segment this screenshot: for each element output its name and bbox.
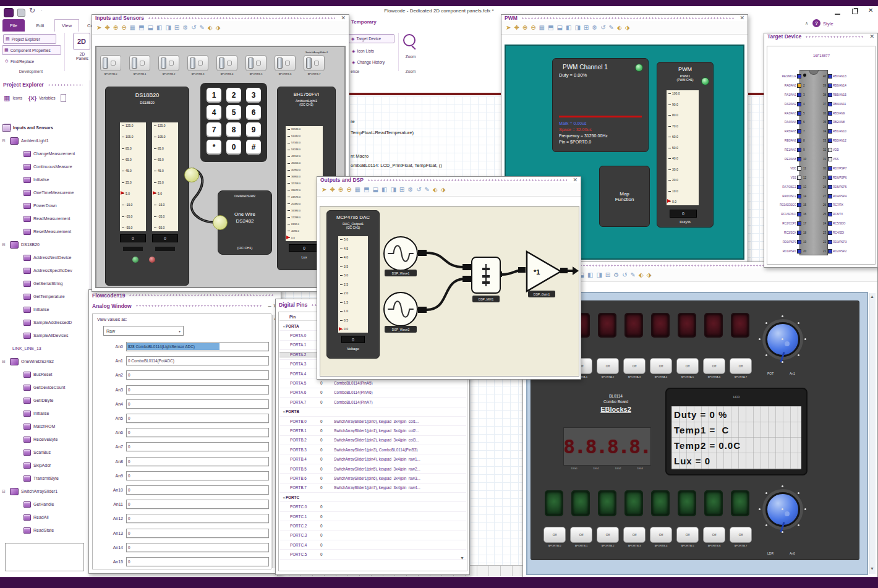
- tool-icon[interactable]: ✎: [631, 272, 636, 278]
- ribbon-component-properties-button[interactable]: ▦Component Properties: [2, 45, 61, 55]
- port-switch[interactable]: Off$PORTA.6: [703, 358, 725, 378]
- tool-icon[interactable]: ↺: [622, 272, 627, 278]
- dsp-wave1-block[interactable]: [383, 236, 418, 271]
- keypad-key[interactable]: #: [246, 140, 261, 155]
- chip-pin[interactable]: 36RB3/AN9: [820, 109, 875, 118]
- tool-icon[interactable]: ◧: [381, 187, 387, 193]
- tree-item[interactable]: GetHandle: [1, 498, 89, 511]
- tool-icon[interactable]: ➤: [96, 25, 101, 31]
- analog-value-input[interactable]: 0: [126, 543, 269, 552]
- digital-pin-row[interactable]: PORTB.30SwitchArraySlider1(pin3), ComboB…: [279, 445, 466, 454]
- tree-item[interactable]: MatchROM: [1, 420, 89, 433]
- tree-item[interactable]: TransmitByte: [1, 472, 89, 485]
- close-icon[interactable]: ✕: [869, 33, 874, 40]
- chip-pin[interactable]: RC1/SOSCI16: [768, 210, 809, 219]
- wire-node-b[interactable]: [213, 215, 228, 230]
- tree-item[interactable]: Initialise: [1, 173, 89, 186]
- tree-item[interactable]: PowerDown: [1, 199, 89, 212]
- chip-pin[interactable]: RA3/AN35: [768, 109, 809, 118]
- ribbon-project-explorer-button[interactable]: ▤Project Explorer: [3, 34, 56, 44]
- keypad-key[interactable]: 7: [207, 122, 221, 137]
- chip-pin[interactable]: RC0/SOSCO15: [768, 200, 809, 210]
- port-switch[interactable]: Off$PORTB.5: [676, 527, 699, 547]
- tool-icon[interactable]: ✥: [514, 25, 519, 31]
- tree-item[interactable]: OneWireDS2482: [1, 355, 89, 368]
- ribbon-icon-lists-toggle[interactable]: ◈Icon Lists: [350, 47, 393, 55]
- tool-icon[interactable]: ✎: [609, 25, 614, 31]
- tool-icon[interactable]: ◨: [596, 272, 602, 278]
- chip-pin[interactable]: 29RD6/PSP6: [820, 173, 875, 182]
- tool-icon[interactable]: ⬓: [556, 25, 562, 31]
- tree-item[interactable]: Initialise: [1, 407, 89, 420]
- view-mode-dropdown[interactable]: Raw▾: [103, 326, 184, 336]
- tool-icon[interactable]: ➤: [506, 25, 511, 31]
- keypad-key[interactable]: 9: [246, 122, 261, 137]
- digital-pin-row[interactable]: PORTB.40SwitchArraySlider1(pin4), keypad…: [279, 454, 466, 464]
- tool-icon[interactable]: ✥: [104, 25, 109, 31]
- ds18b20-slider-1[interactable]: 125.0105.085.065.045.025.05.0-15.0-35.0-…: [119, 122, 147, 232]
- close-icon[interactable]: ✕: [341, 15, 346, 21]
- digital-pin-row[interactable]: PORTB.10SwitchArraySlider1(pin1), keypad…: [279, 426, 466, 435]
- input-switch[interactable]: $PORTB.5: [245, 55, 266, 75]
- tree-item[interactable]: ScanBus: [1, 446, 89, 459]
- analog-value-input[interactable]: 0 ComboBL0114(PotADC): [126, 356, 269, 365]
- ribbon-find-replace-button[interactable]: ⊙Find/Replace: [3, 56, 53, 66]
- slider-pointer-icon[interactable]: [286, 236, 290, 239]
- tool-icon[interactable]: ⚙: [613, 272, 619, 278]
- digital-pin-row[interactable]: PORTB.00SwitchArraySlider1(pin0), keypad…: [279, 417, 466, 426]
- tree-item[interactable]: ContinuousMeasure: [1, 160, 89, 173]
- tree-item[interactable]: ReadMeasurement: [1, 212, 89, 225]
- chip-pin[interactable]: 31VSS: [820, 155, 875, 164]
- keypad-key[interactable]: 2: [226, 88, 241, 103]
- tool-icon[interactable]: ⬒: [364, 187, 369, 193]
- tree-item[interactable]: ReadState: [1, 524, 89, 537]
- tool-icon[interactable]: ⊖: [531, 25, 535, 31]
- slider-pointer-icon[interactable]: [153, 191, 156, 195]
- switch-lever-icon[interactable]: [277, 58, 283, 69]
- digital-pin-row[interactable]: PORTC.00: [279, 502, 466, 511]
- dsp-wave2-block[interactable]: [383, 292, 418, 326]
- keypad-key[interactable]: 3: [246, 88, 261, 103]
- chip-pin[interactable]: 25RC6/TX: [820, 210, 875, 219]
- tool-icon[interactable]: ⬓: [372, 187, 378, 193]
- variables-icon[interactable]: {X}: [28, 95, 36, 101]
- tab-file[interactable]: File: [2, 19, 25, 32]
- ribbon-change-history-toggle[interactable]: ◈Change History: [350, 58, 402, 66]
- keypad-key[interactable]: *: [207, 140, 221, 155]
- tree-item[interactable]: ReadAll: [1, 511, 89, 524]
- chip-pin[interactable]: 22RD3/PSP3: [820, 237, 875, 247]
- analog-value-input[interactable]: 0: [126, 471, 269, 480]
- ribbon-zoom-button[interactable]: [403, 34, 416, 46]
- switch-lever-icon[interactable]: [132, 58, 137, 69]
- style-label[interactable]: Style: [823, 21, 833, 27]
- digital-pin-row[interactable]: PORTB.70SwitchArraySlider1(pin7), keypad…: [279, 484, 466, 493]
- tree-item[interactable]: BusReset: [1, 368, 89, 381]
- tool-icon[interactable]: ◧: [566, 25, 571, 31]
- close-icon[interactable]: ✕: [739, 15, 744, 21]
- chip-pin[interactable]: 27RD4/PSP4: [820, 192, 875, 201]
- chip-pin[interactable]: 34RB1/AN10: [820, 127, 875, 136]
- digital-pin-row[interactable]: PORTC.30: [279, 531, 466, 540]
- tool-icon[interactable]: ➤: [322, 187, 326, 193]
- save-icon[interactable]: [17, 9, 25, 17]
- input-switch[interactable]: $PORTB.7: [304, 55, 325, 75]
- chip-pin[interactable]: RA2/AN24: [768, 100, 809, 109]
- keypad-key[interactable]: 0: [226, 140, 241, 155]
- chip-pin[interactable]: 35RB2/AN8: [820, 117, 875, 127]
- tool-icon[interactable]: ⬗: [441, 187, 446, 193]
- analog-value-input[interactable]: 0: [126, 414, 269, 423]
- tool-icon[interactable]: ✎: [200, 25, 205, 31]
- digital-pin-row[interactable]: PORTB.50SwitchArraySlider1(pin5), keypad…: [279, 464, 466, 474]
- chip-pin[interactable]: RD1/PSP120: [768, 247, 809, 256]
- tool-icon[interactable]: ⊞: [584, 25, 589, 31]
- icons-grid-icon[interactable]: ▦: [4, 94, 10, 102]
- chip-pin[interactable]: RE1/AN79: [768, 145, 809, 155]
- chip-pin[interactable]: RE0/AN68: [768, 136, 809, 145]
- tree-item[interactable]: SampleAllDevices: [1, 329, 89, 342]
- keypad-key[interactable]: 1: [207, 88, 221, 103]
- dac-slider[interactable]: 5.04.54.03.53.02.52.01.51.00.50.0: [338, 236, 369, 333]
- tool-icon[interactable]: ▦: [130, 25, 135, 31]
- port-switch[interactable]: Off$PORTB.4: [650, 527, 672, 547]
- port-switch[interactable]: Off$PORTB.6: [703, 527, 725, 547]
- chip-pin[interactable]: RA5/AN57: [768, 127, 809, 136]
